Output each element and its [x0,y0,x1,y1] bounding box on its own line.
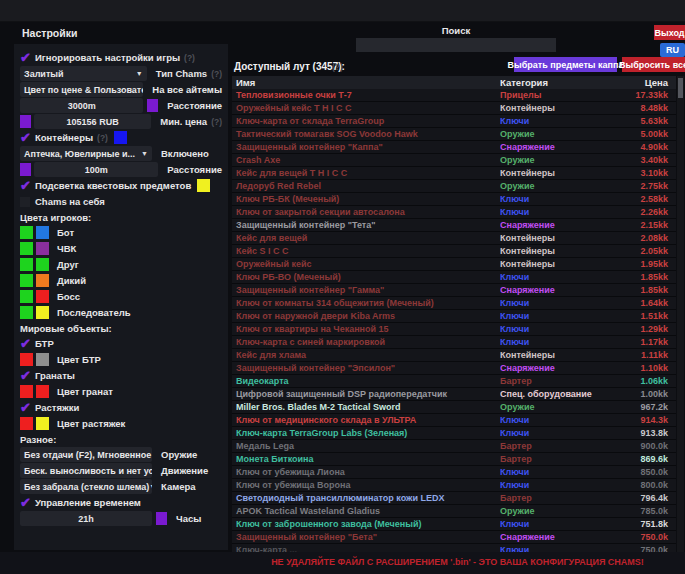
color-swatch[interactable] [20,306,33,319]
color-swatch[interactable] [20,258,33,271]
table-row[interactable]: Ключ от комнаты 314 общежития (Меченый)К… [232,297,676,310]
item-name-cell: Ключ-карта TerraGroup Labs (Зеленая) [232,428,500,438]
column-header-price[interactable]: Цена [616,77,676,88]
table-row[interactable]: Ключ-карта TerraGroup Labs (Зеленая)Ключ… [232,427,676,440]
color-swatch[interactable] [20,163,31,176]
table-row[interactable]: Ключ от закрытой секции автосалонаКлючи2… [232,206,676,219]
dropdown-select[interactable]: Аптечка, Ювелирные и...▼ [20,146,152,161]
value-input[interactable]: 105156 RUB [34,114,151,129]
table-row[interactable]: Защищенный контейнер "Гамма"Снаряжение1.… [232,284,676,297]
exit-button[interactable]: Выход [654,25,685,40]
check-icon: ✔ [20,133,31,143]
color-swatch[interactable] [36,290,49,303]
color-swatch[interactable] [36,226,49,239]
table-row[interactable]: Тактический томагавк SOG Voodoo HawkОруж… [232,128,676,141]
item-name-cell: Защищенный контейнер "Бета" [232,532,500,542]
checkbox-checked[interactable]: ✔ [20,370,35,382]
table-row[interactable]: Кейс для вещейКонтейнеры2.08kk [232,232,676,245]
search-input[interactable] [356,38,556,52]
settings-row-checkbox: ✔Подсветка квестовых предметов [20,178,222,193]
item-category-cell: Оружие [500,402,616,412]
table-row[interactable]: Miller Bros. Blades M-2 Tactical SwordОр… [232,401,676,414]
color-swatch[interactable] [20,290,33,303]
dropdown-select[interactable]: Без отдачи (F2), Мгновенное п▼ [20,447,152,462]
table-row[interactable]: Ключ-карта ...Ключи750.0k [232,544,676,552]
table-row[interactable]: Ключ от квартиры на Чеканной 15Ключи1.29… [232,323,676,336]
table-row[interactable]: Ключ РБ-БК (Меченый)Ключи2.58kk [232,193,676,206]
column-header-category[interactable]: Категория [500,77,616,88]
color-swatch[interactable] [36,417,49,430]
item-name-cell: Защищенный контейнер "Каппа" [232,142,500,152]
table-row[interactable]: APOK Tactical Wasteland GladiusОружие785… [232,505,676,518]
table-row[interactable]: Тепловизионные очки Т-7Прицелы17.33kk [232,89,676,102]
dropdown-select[interactable]: Без забрала (стекло шлема)▼ [20,479,152,494]
table-scrollbar-thumb[interactable] [678,78,683,98]
table-row[interactable]: Кейс для вещей T H I C CКонтейнеры3.10kk [232,167,676,180]
table-row[interactable]: Защищенный контейнер "Каппа"Снаряжение4.… [232,141,676,154]
table-row[interactable]: Оружейный кейсКонтейнеры1.95kk [232,258,676,271]
drop-all-button[interactable]: Выбросить все [622,57,685,72]
color-swatch[interactable] [36,242,49,255]
color-swatch[interactable] [36,385,49,398]
checkbox-checked[interactable]: ✔ [20,338,35,350]
color-swatch[interactable] [20,226,33,239]
item-price-cell: 2.05kk [616,246,676,256]
table-row[interactable]: Ключ от убежища ВоронаКлючи800.0k [232,479,676,492]
table-row[interactable]: Ключ-карта с синей маркировкойКлючи1.17k… [232,336,676,349]
color-swatch[interactable] [36,258,49,271]
table-row[interactable]: ВидеокартаБартер1.06kk [232,375,676,388]
dropdown-select[interactable]: Цвет по цене & Пользователь▼ [20,82,143,97]
table-row[interactable]: Ключ от заброшенного завода (Меченый)Клю… [232,518,676,531]
color-swatch[interactable] [36,306,49,319]
value-input[interactable]: 21h [20,511,152,526]
color-swatch[interactable] [20,242,33,255]
table-row[interactable]: Светодиодный трансиллюминатор кожи LEDXБ… [232,492,676,505]
table-row[interactable]: Ключ РБ-ВО (Меченый)Ключи1.85kk [232,271,676,284]
color-swatch[interactable] [114,131,127,144]
checkbox-checked[interactable]: ✔ [20,180,35,192]
table-row[interactable]: Защищенный контейнер "Эпсилон"Снаряжение… [232,362,676,375]
table-row[interactable]: Монета БиткоинаБартер869.6k [232,453,676,466]
checkbox-checked[interactable]: ✔ [20,497,35,509]
table-row[interactable]: Ключ от медицинского склада в УЛЬТРАКлюч… [232,414,676,427]
color-swatch[interactable] [20,385,33,398]
color-swatch[interactable] [156,512,167,525]
color-swatch[interactable] [20,274,33,287]
color-swatch[interactable] [147,99,158,112]
color-swatch[interactable] [20,417,33,430]
table-row[interactable]: Кейс для хламаКонтейнеры1.11kk [232,349,676,362]
loot-table-header: Имя Категория Цена [232,76,676,89]
checkbox-checked[interactable]: ✔ [20,402,35,414]
color-swatch[interactable] [20,115,31,128]
column-header-name[interactable]: Имя [232,77,500,88]
check-icon: ✔ [20,371,31,381]
color-swatch[interactable] [36,274,49,287]
table-row[interactable]: Ключ-карта от склада TerraGroupКлючи5.63… [232,115,676,128]
color-swatch[interactable] [36,353,49,366]
checkbox-checked[interactable]: ✔ [20,132,35,144]
table-row[interactable]: Защищенный контейнер "Тета"Снаряжение2.1… [232,219,676,232]
value-input[interactable]: 100m [34,162,158,177]
table-row[interactable]: Ключ от убежища ЛионаКлючи850.0k [232,466,676,479]
checkbox-checked[interactable]: ✔ [20,52,35,64]
window-titlebar[interactable] [0,0,685,22]
table-row[interactable]: Защищенный контейнер "Бета"Снаряжение750… [232,531,676,544]
color-swatch[interactable] [197,179,210,192]
table-row[interactable]: Медаль LegaБартер900.0k [232,440,676,453]
table-row[interactable]: Ключ от наружной двери Kiba ArmsКлючи1.5… [232,310,676,323]
checkbox[interactable] [20,196,35,208]
select-kappa-items-button[interactable]: Выбрать предметы каппа [514,57,617,72]
dropdown-select[interactable]: Залитый▼ [20,66,147,81]
dropdown-value: Беск. выносливость и нет уста: [24,466,152,476]
color-swatch[interactable] [20,353,33,366]
table-row[interactable]: Кейс S I C CКонтейнеры2.05kk [232,245,676,258]
value-input[interactable]: 3000m [20,98,143,113]
language-button[interactable]: RU [660,43,685,57]
table-row[interactable]: Crash AxeОружие3.40kk [232,154,676,167]
item-category-cell: Бартер [500,493,616,503]
dropdown-select[interactable]: Беск. выносливость и нет уста:▼ [20,463,152,478]
table-row[interactable]: Цифровой защищенный DSP радиопередатчикС… [232,388,676,401]
table-row[interactable]: Оружейный кейс T H I C CКонтейнеры8.48kk [232,102,676,115]
table-scrollbar[interactable] [677,76,684,557]
table-row[interactable]: Ледоруб Red RebelОружие2.75kk [232,180,676,193]
